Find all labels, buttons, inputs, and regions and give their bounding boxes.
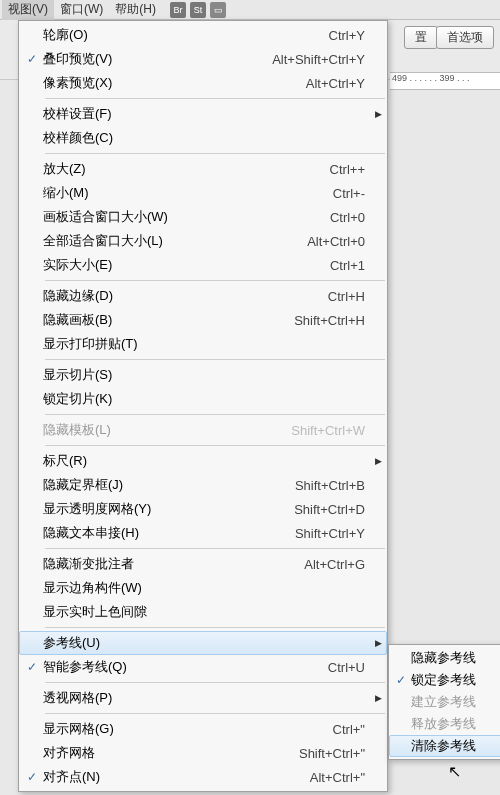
- menu-item-label: 清除参考线: [411, 738, 485, 755]
- toolbar-icons: Br St ▭: [170, 2, 226, 18]
- menu-item-label: 显示网格(G): [43, 720, 333, 738]
- menu-shortcut: Shift+Ctrl+W: [291, 423, 371, 438]
- menu-shortcut: Ctrl+H: [328, 289, 371, 304]
- view-menu-item[interactable]: 显示打印拼贴(T): [19, 332, 387, 356]
- view-menu-item[interactable]: 全部适合窗口大小(L)Alt+Ctrl+0: [19, 229, 387, 253]
- menu-item-label: 隐藏参考线: [411, 650, 485, 667]
- view-menu-item[interactable]: 对齐网格Shift+Ctrl+": [19, 741, 387, 765]
- menu-item-label: 锁定切片(K): [43, 390, 365, 408]
- menu-shortcut: Alt+Ctrl+G: [304, 557, 371, 572]
- view-menu-item[interactable]: ✓对齐点(N)Alt+Ctrl+": [19, 765, 387, 789]
- view-menu-item[interactable]: 像素预览(X)Alt+Ctrl+Y: [19, 71, 387, 95]
- ruler: 499 . . . . . . 399 . . .: [390, 72, 500, 90]
- view-menu-item[interactable]: 隐藏定界框(J)Shift+Ctrl+B: [19, 473, 387, 497]
- view-menu-item[interactable]: 显示切片(S): [19, 363, 387, 387]
- view-menu-item[interactable]: 显示边角构件(W): [19, 576, 387, 600]
- menu-item-label: 显示实时上色间隙: [43, 603, 365, 621]
- view-menu-item[interactable]: 画板适合窗口大小(W)Ctrl+0: [19, 205, 387, 229]
- cursor-icon: ↖: [448, 762, 461, 781]
- menubar-view[interactable]: 视图(V): [2, 0, 54, 20]
- menu-shortcut: Ctrl+U: [328, 660, 371, 675]
- menu-separator: [45, 548, 385, 549]
- menubar-window[interactable]: 窗口(W): [54, 0, 109, 20]
- menu-shortcut: Shift+Ctrl+": [299, 746, 371, 761]
- menu-item-label: 对齐点(N): [43, 768, 310, 786]
- submenu-arrow-icon: ▶: [371, 693, 385, 703]
- view-menu-item[interactable]: 标尺(R)▶: [19, 449, 387, 473]
- menu-item-label: 缩小(M): [43, 184, 333, 202]
- menu-shortcut: Ctrl+-: [333, 186, 371, 201]
- guides-submenu-item[interactable]: 清除参考线: [389, 735, 500, 757]
- preferences-button[interactable]: 首选项: [436, 26, 494, 49]
- menu-item-label: 隐藏模板(L): [43, 421, 291, 439]
- menu-item-label: 释放参考线: [411, 716, 485, 733]
- view-menu-item[interactable]: 显示网格(G)Ctrl+": [19, 717, 387, 741]
- bridge-icon[interactable]: Br: [170, 2, 186, 18]
- view-menu-item: 隐藏模板(L)Shift+Ctrl+W: [19, 418, 387, 442]
- view-menu-item[interactable]: 校样设置(F)▶: [19, 102, 387, 126]
- set-button[interactable]: 置: [404, 26, 438, 49]
- view-menu-item[interactable]: 显示透明度网格(Y)Shift+Ctrl+D: [19, 497, 387, 521]
- menu-separator: [45, 445, 385, 446]
- menu-item-label: 校样设置(F): [43, 105, 365, 123]
- menu-shortcut: Shift+Ctrl+B: [295, 478, 371, 493]
- view-menu-item[interactable]: ✓叠印预览(V)Alt+Shift+Ctrl+Y: [19, 47, 387, 71]
- menubar-help[interactable]: 帮助(H): [109, 0, 162, 20]
- menu-shortcut: Ctrl+1: [330, 258, 371, 273]
- view-menu-item[interactable]: 隐藏渐变批注者Alt+Ctrl+G: [19, 552, 387, 576]
- menu-item-label: 建立参考线: [411, 694, 485, 711]
- check-icon: ✓: [21, 770, 43, 784]
- menu-shortcut: Alt+Shift+Ctrl+Y: [272, 52, 371, 67]
- menu-item-label: 画板适合窗口大小(W): [43, 208, 330, 226]
- submenu-arrow-icon: ▶: [371, 456, 385, 466]
- menu-item-label: 标尺(R): [43, 452, 365, 470]
- submenu-arrow-icon: ▶: [371, 109, 385, 119]
- menu-separator: [45, 359, 385, 360]
- view-menu-dropdown: 轮廓(O)Ctrl+Y✓叠印预览(V)Alt+Shift+Ctrl+Y像素预览(…: [18, 20, 388, 792]
- menu-item-label: 透视网格(P): [43, 689, 365, 707]
- view-menu-item[interactable]: 参考线(U)▶: [19, 631, 387, 655]
- guides-submenu: 隐藏参考线✓锁定参考线建立参考线释放参考线清除参考线: [388, 644, 500, 760]
- menu-separator: [45, 682, 385, 683]
- menu-item-label: 隐藏边缘(D): [43, 287, 328, 305]
- view-menu-item[interactable]: 隐藏边缘(D)Ctrl+H: [19, 284, 387, 308]
- menu-item-label: 显示打印拼贴(T): [43, 335, 365, 353]
- menu-shortcut: Alt+Ctrl+": [310, 770, 371, 785]
- menu-shortcut: Shift+Ctrl+H: [294, 313, 371, 328]
- menu-item-label: 轮廓(O): [43, 26, 329, 44]
- menu-item-label: 全部适合窗口大小(L): [43, 232, 307, 250]
- stock-icon[interactable]: St: [190, 2, 206, 18]
- menu-separator: [45, 280, 385, 281]
- menu-item-label: 隐藏文本串接(H): [43, 524, 295, 542]
- menu-shortcut: Shift+Ctrl+Y: [295, 526, 371, 541]
- view-menu-item[interactable]: ✓智能参考线(Q)Ctrl+U: [19, 655, 387, 679]
- menu-shortcut: Ctrl++: [330, 162, 371, 177]
- arrange-icon[interactable]: ▭: [210, 2, 226, 18]
- guides-submenu-item[interactable]: ✓锁定参考线: [389, 669, 500, 691]
- view-menu-item[interactable]: 透视网格(P)▶: [19, 686, 387, 710]
- view-menu-item[interactable]: 隐藏画板(B)Shift+Ctrl+H: [19, 308, 387, 332]
- menu-item-label: 对齐网格: [43, 744, 299, 762]
- menu-item-label: 隐藏渐变批注者: [43, 555, 304, 573]
- view-menu-item[interactable]: 隐藏文本串接(H)Shift+Ctrl+Y: [19, 521, 387, 545]
- guides-submenu-item[interactable]: 隐藏参考线: [389, 647, 500, 669]
- view-menu-item[interactable]: 放大(Z)Ctrl++: [19, 157, 387, 181]
- check-icon: ✓: [391, 673, 411, 687]
- menubar: 视图(V) 窗口(W) 帮助(H) Br St ▭: [0, 0, 500, 20]
- menu-item-label: 显示切片(S): [43, 366, 365, 384]
- menu-item-label: 放大(Z): [43, 160, 330, 178]
- menu-item-label: 实际大小(E): [43, 256, 330, 274]
- view-menu-item[interactable]: 缩小(M)Ctrl+-: [19, 181, 387, 205]
- menu-shortcut: Alt+Ctrl+0: [307, 234, 371, 249]
- view-menu-item[interactable]: 实际大小(E)Ctrl+1: [19, 253, 387, 277]
- view-menu-item[interactable]: 校样颜色(C): [19, 126, 387, 150]
- menu-item-label: 隐藏定界框(J): [43, 476, 295, 494]
- menu-item-label: 隐藏画板(B): [43, 311, 294, 329]
- view-menu-item[interactable]: 显示实时上色间隙: [19, 600, 387, 624]
- guides-submenu-item: 释放参考线: [389, 713, 500, 735]
- view-menu-item[interactable]: 轮廓(O)Ctrl+Y: [19, 23, 387, 47]
- view-menu-item[interactable]: 锁定切片(K): [19, 387, 387, 411]
- check-icon: ✓: [21, 52, 43, 66]
- menu-shortcut: Ctrl+Y: [329, 28, 371, 43]
- check-icon: ✓: [21, 660, 43, 674]
